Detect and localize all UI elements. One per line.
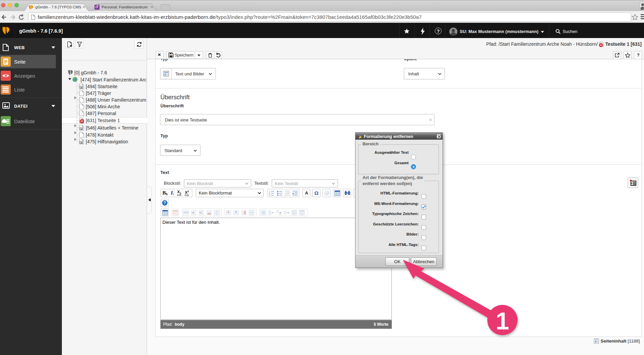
svg-text:3: 3	[269, 195, 270, 196]
svg-text:1: 1	[496, 308, 509, 334]
